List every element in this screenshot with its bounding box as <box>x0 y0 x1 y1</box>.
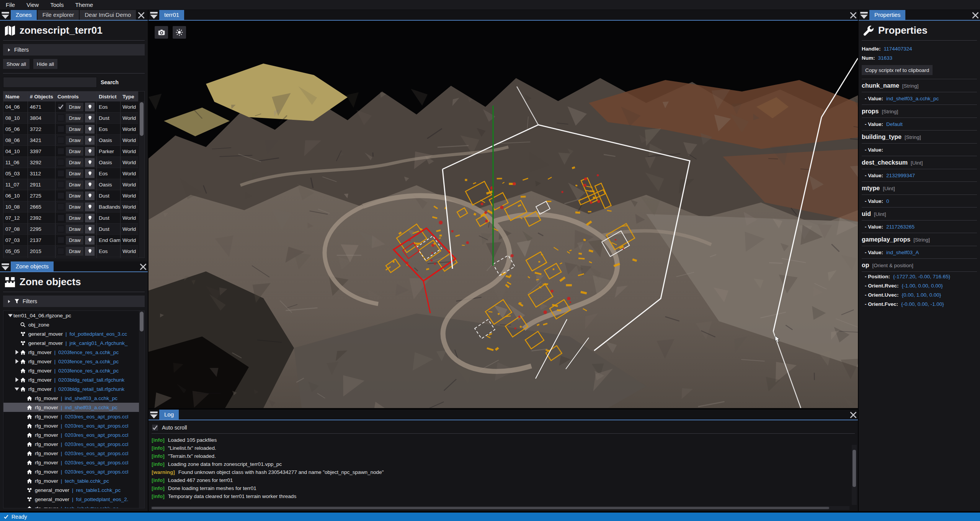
viewport-3d[interactable] <box>149 21 858 408</box>
tab-zones[interactable]: Zones <box>11 10 37 20</box>
tree-item[interactable]: rfg_mover|0203res_eos_apt_props.ccl <box>3 458 144 467</box>
tree-item[interactable]: rfg_mover|0203fence_res_a.cchk_pc <box>3 357 144 366</box>
draw-button[interactable]: Draw <box>66 247 83 256</box>
scrollbar-thumb[interactable] <box>140 102 144 136</box>
tab-terr01[interactable]: terr01 <box>159 10 184 20</box>
draw-button[interactable]: Draw <box>66 147 83 156</box>
close-icon[interactable] <box>139 262 148 271</box>
tree-item[interactable]: rfg_mover|ind_shelf03_a.cchk_pc <box>3 403 144 412</box>
pin-button[interactable] <box>85 258 95 258</box>
dock-menu-icon[interactable] <box>149 11 159 20</box>
hide-all-button[interactable]: Hide all <box>33 59 57 69</box>
menu-theme[interactable]: Theme <box>69 0 99 10</box>
tab-properties[interactable]: Properties <box>869 10 905 20</box>
tab-log[interactable]: Log <box>159 410 179 420</box>
scrollbar-thumb[interactable] <box>140 312 144 332</box>
draw-checkbox[interactable] <box>57 181 64 188</box>
chevron-right-icon[interactable] <box>14 358 20 364</box>
tree-item[interactable]: obj_zone <box>3 320 144 329</box>
pin-button[interactable] <box>85 158 95 167</box>
tree-scrollbar[interactable] <box>139 311 144 508</box>
draw-checkbox[interactable] <box>57 248 64 255</box>
column-header-type[interactable]: Type <box>121 91 138 101</box>
chevron-down-icon[interactable] <box>14 386 20 392</box>
table-row[interactable]: 08_063421DrawOasisWorld <box>3 135 138 146</box>
scrollbar-thumb[interactable] <box>853 450 856 487</box>
draw-button[interactable]: Draw <box>66 169 83 178</box>
close-icon[interactable] <box>971 11 980 20</box>
pin-button[interactable] <box>85 169 95 178</box>
tab-file-explorer[interactable]: File explorer <box>38 10 79 20</box>
draw-button[interactable]: Draw <box>66 114 83 122</box>
tree-item[interactable]: rfg_mover|0203res_eos_apt_props.ccl <box>3 421 144 430</box>
draw-checkbox[interactable] <box>57 237 64 243</box>
table-row[interactable]: 07_032137DrawEnd GameWorld <box>3 235 138 246</box>
draw-button[interactable]: Draw <box>66 103 83 111</box>
menu-tools[interactable]: Tools <box>44 0 69 10</box>
menu-file[interactable]: File <box>0 0 21 10</box>
pin-button[interactable] <box>85 147 95 156</box>
tree-item[interactable]: terr01_04_06.rfgzone_pc <box>3 311 144 320</box>
tree-item[interactable]: rfg_mover|0203res_eos_apt_props.ccl <box>3 449 144 458</box>
zones-table-scrollbar[interactable] <box>139 101 144 258</box>
table-row[interactable]: 09_071791DrawOasisWorld <box>3 257 138 258</box>
pin-button[interactable] <box>85 225 95 234</box>
column-header-objects[interactable]: # Objects <box>28 91 56 101</box>
column-header-name[interactable]: Name <box>3 91 28 101</box>
tree-item[interactable]: rfg_mover|0203bldg_retail_tall.rfgchunk <box>3 384 144 394</box>
draw-checkbox[interactable] <box>57 137 64 144</box>
dock-menu-icon[interactable] <box>0 11 11 20</box>
log-scrollbar-vertical[interactable] <box>852 445 857 505</box>
chevron-down-icon[interactable] <box>7 312 13 318</box>
dock-menu-icon[interactable] <box>859 11 869 20</box>
table-row[interactable]: 10_082665DrawBadlandsWorld <box>3 201 138 212</box>
tree-item[interactable]: general_mover|jnk_canlg01_A.rfgchunk_ <box>3 338 144 348</box>
draw-checkbox[interactable] <box>57 159 64 166</box>
chevron-right-icon[interactable] <box>14 377 20 383</box>
table-row[interactable]: 07_082295DrawDustWorld <box>3 224 138 235</box>
table-row[interactable]: 11_072911DrawOasisWorld <box>3 179 138 190</box>
search-button[interactable]: Search <box>101 79 119 85</box>
table-row[interactable]: 06_102725DrawDustWorld <box>3 190 138 201</box>
table-row[interactable]: 07_122392DrawDustWorld <box>3 212 138 224</box>
table-row[interactable]: 05_033112DrawEosWorld <box>3 168 138 179</box>
draw-button[interactable]: Draw <box>66 203 83 211</box>
tree-item[interactable]: rfg_mover|0203res_eos_apt_props.ccl <box>3 467 144 476</box>
pin-button[interactable] <box>85 191 95 200</box>
dock-menu-icon[interactable] <box>0 262 11 271</box>
draw-button[interactable]: Draw <box>66 180 83 189</box>
tree-item[interactable]: rfg_mover|tech_labclutter.cchk_pc <box>3 504 144 508</box>
tree-item[interactable]: rfg_mover|0203res_eos_apt_props.ccl <box>3 430 144 439</box>
draw-button[interactable]: Draw <box>66 158 83 167</box>
tree-item[interactable]: rfg_mover|0203bldg_retail_tall.rfgchunk <box>3 375 144 384</box>
sun-settings-button[interactable] <box>173 26 186 39</box>
dock-menu-icon[interactable] <box>149 410 159 420</box>
table-row[interactable]: 08_103804DrawDustWorld <box>3 113 138 124</box>
tree-item[interactable]: rfg_mover|tech_table.cchk_pc <box>3 476 144 485</box>
close-icon[interactable] <box>849 11 858 20</box>
draw-button[interactable]: Draw <box>66 214 83 222</box>
tree-item[interactable]: general_mover|res_table1.cchk_pc <box>3 485 144 495</box>
pin-button[interactable] <box>85 214 95 222</box>
draw-button[interactable]: Draw <box>66 236 83 245</box>
table-row[interactable]: 04_064671DrawEosWorld <box>3 101 138 113</box>
tree-item[interactable]: rfg_mover|0203res_eos_apt_props.ccl <box>3 439 144 449</box>
tab-zone-objects[interactable]: Zone objects <box>11 261 54 271</box>
zones-filters-header[interactable]: Filters <box>3 44 145 56</box>
pin-button[interactable] <box>85 103 95 111</box>
menu-view[interactable]: View <box>21 0 44 10</box>
table-row[interactable]: 05_063722DrawEosWorld <box>3 124 138 135</box>
auto-scroll-checkbox[interactable] <box>152 424 158 431</box>
draw-checkbox[interactable] <box>57 126 64 132</box>
draw-checkbox[interactable] <box>57 203 64 210</box>
tree-item[interactable]: general_mover|fol_pottedplant_eos_3.cc <box>3 329 144 338</box>
draw-checkbox[interactable] <box>57 225 64 232</box>
log-scrollbar-horizontal[interactable] <box>151 506 849 510</box>
draw-checkbox[interactable] <box>57 114 64 121</box>
draw-checkbox[interactable] <box>57 214 64 221</box>
draw-checkbox[interactable] <box>57 103 64 110</box>
table-row[interactable]: 11_063292DrawOasisWorld <box>3 157 138 168</box>
copy-scriptx-ref-button[interactable]: Copy scriptx ref to clipboard <box>862 65 933 75</box>
draw-checkbox[interactable] <box>57 192 64 199</box>
table-row[interactable]: 05_052015DrawEosWorld <box>3 246 138 257</box>
